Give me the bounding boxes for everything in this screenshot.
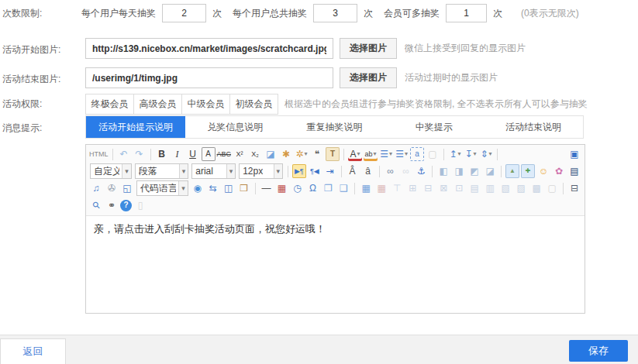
snapshot-icon[interactable]: ❒ [237,181,251,195]
start-image-pick-button[interactable]: 选择图片 [340,38,397,59]
to-uppercase-icon[interactable]: Â [346,164,360,178]
autotypeset-icon[interactable]: ✲▾ [295,147,309,161]
delete-table-icon[interactable]: ▦ [374,181,388,195]
bullet-list-icon[interactable]: ☰▾ [395,147,409,161]
split-cell-icon[interactable]: ▤ [467,181,481,195]
permission-option[interactable]: 初级会员 [229,94,278,115]
font-color-icon[interactable]: A▾ [348,147,362,161]
merge-down-icon[interactable]: ⊡ [452,181,466,195]
table-caption-icon[interactable]: ⊤ [390,181,404,195]
back-button[interactable]: 返回 [0,338,66,364]
table-title-row-icon[interactable]: ⊞ [405,181,419,195]
pagebreak-icon[interactable]: ⇆ [206,181,220,195]
merge-cells-icon[interactable]: ⊟ [421,181,435,195]
superscript-icon[interactable]: X² [233,147,247,161]
editor-toolbar: HTML↶↷BIUAABCX²X₂◪✱✲▾❝TA▾ab▾☰▾☰▾a▢↥▾↧▾⇕▾… [86,145,585,216]
split-cols-icon[interactable]: ▧ [498,181,512,195]
insert-image-icon[interactable]: ✚ [521,164,535,178]
image-icon[interactable]: ▲ [505,164,519,178]
message-tab[interactable]: 重复抽奖说明 [285,116,384,138]
start-image-input[interactable] [85,38,333,59]
code-language-select[interactable]: 代码语言▾ [136,180,188,196]
blockquote-icon[interactable]: ❝ [310,147,324,161]
permission-option[interactable]: 中级会员 [181,94,230,115]
date-icon[interactable]: ▦ [274,181,288,195]
para-top-spacing-icon[interactable]: ↥▾ [448,147,462,161]
custom-title-select[interactable]: 自定义标题▾ [90,163,132,179]
image-center-icon[interactable]: ◪ [483,164,497,178]
paste-plain-text-icon[interactable]: T [326,147,340,161]
music-icon[interactable]: ♫ [89,181,103,195]
first-line-indent-icon[interactable]: ⇥ [323,164,337,178]
underline-icon[interactable]: U [186,147,200,161]
footer-bar: 返回 保存 [0,335,638,364]
line-spacing-icon[interactable]: ⇕▾ [479,147,493,161]
merge-right-icon[interactable]: ⊠ [436,181,450,195]
doc-icon[interactable]: ▢ [545,181,559,195]
strikethrough-icon[interactable]: ABC [217,147,232,161]
insert-frame-icon[interactable]: ◱ [120,181,134,195]
toolbar-separator [432,166,433,177]
average-rows-icon[interactable]: ▨ [514,181,528,195]
subscript-icon[interactable]: X₂ [248,147,262,161]
scrawl-icon[interactable]: ✿ [552,164,566,178]
summary-icon[interactable]: ❑ [336,181,350,195]
average-cols-icon[interactable]: ▩ [529,181,543,195]
blank-doc-icon[interactable]: ▢ [426,147,440,161]
daily-limit-input[interactable] [162,4,206,22]
para-bottom-spacing-icon[interactable]: ↧▾ [464,147,478,161]
to-lowercase-icon[interactable]: â [361,164,375,178]
editor-content[interactable]: 亲，请点击进入刮刮卡抽奖活动页面，祝您好运哦！ [86,216,585,313]
member-extra-input[interactable] [446,4,487,22]
eraser-icon[interactable]: ◪ [264,147,278,161]
undo-icon[interactable]: ↶ [117,147,131,161]
image-default-align-icon[interactable]: ◧ [436,164,450,178]
insert-table-icon[interactable]: ▦ [359,181,373,195]
fullscreen-icon[interactable]: ▣ [567,147,581,161]
font-family-select[interactable]: arial▾ [191,163,236,179]
print-icon[interactable]: ⊟ [567,181,581,195]
remove-format-icon[interactable]: ✱ [279,147,293,161]
map-icon[interactable]: ◉ [191,181,205,195]
font-size-select[interactable]: 12px▾ [239,163,283,179]
link-icon[interactable]: ∞ [383,164,397,178]
total-limit-input[interactable] [313,4,357,22]
special-char-icon[interactable]: Ω [305,181,319,195]
message-tab[interactable]: 活动开始提示说明 [86,116,185,138]
split-rows-icon[interactable]: ▥ [483,181,497,195]
template-icon[interactable]: ❐ [321,181,335,195]
unlink-icon[interactable]: ∞ [398,164,412,178]
rtl-icon[interactable]: ¶◀ [308,164,322,178]
redo-icon[interactable]: ↷ [133,147,147,161]
bold-icon[interactable]: B [155,147,169,161]
emotion-icon[interactable]: ☺ [536,164,550,178]
horizontal-rule-icon[interactable]: — [259,181,273,195]
save-button[interactable]: 保存 [569,340,628,362]
permission-option[interactable]: 高级会员 [133,94,182,115]
ordered-list-icon[interactable]: ☰▾ [379,147,393,161]
end-image-pick-button[interactable]: 选择图片 [340,67,397,88]
message-tab[interactable]: 中奖提示 [385,116,484,138]
help-icon[interactable]: ? [120,200,132,211]
attachment-icon[interactable]: ✇ [105,181,119,195]
html-source-icon[interactable]: HTML [89,147,109,161]
anchor-icon[interactable]: ⚓ [414,164,428,178]
ltr-icon[interactable]: ▶¶ [292,164,306,178]
video-icon[interactable]: ▤ [567,164,581,178]
time-icon[interactable]: ◷ [290,181,304,195]
anchor-name-icon[interactable]: a [410,147,424,161]
highlight-color-icon[interactable]: ab▾ [364,147,378,161]
find-replace-icon[interactable]: ⚭ [105,198,119,212]
image-right-float-icon[interactable]: ◩ [467,164,481,178]
image-left-float-icon[interactable]: ◨ [452,164,466,178]
paragraph-select[interactable]: 段落▾ [135,163,189,179]
message-tab[interactable]: 活动结束说明 [484,116,583,138]
end-image-input[interactable] [85,67,333,88]
char-border-icon[interactable]: A [202,147,216,161]
message-tab[interactable]: 兑奖信息说明 [185,116,285,138]
italic-icon[interactable]: I [171,147,185,161]
preview-icon[interactable]: ⚲ [89,198,103,212]
permission-option[interactable]: 终极会员 [85,94,134,115]
columns-icon[interactable]: ◫ [222,181,236,195]
paste-disabled-icon[interactable]: ▯ [133,198,147,212]
